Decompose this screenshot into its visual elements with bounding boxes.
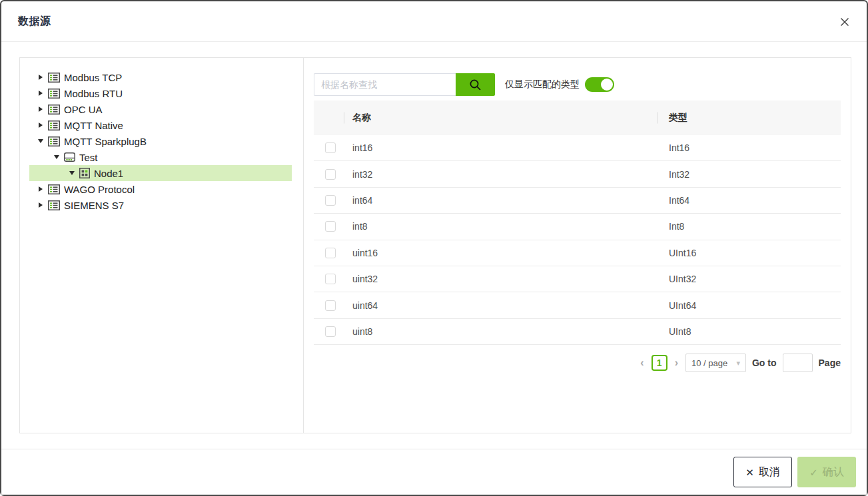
protocol-icon: [48, 136, 60, 146]
datasource-tree: Modbus TCP Modbus RTU OPC UA: [20, 58, 304, 433]
data-source-dialog: 数据源 Modbus TCP Modbus RTU: [0, 0, 868, 496]
table-row[interactable]: uint16 UInt16: [314, 240, 841, 266]
tree-item-label: MQTT SparkplugB: [64, 136, 147, 147]
table-row[interactable]: uint64 UInt64: [314, 292, 841, 318]
current-page-button[interactable]: 1: [651, 355, 667, 371]
tree-item-siemens-s7[interactable]: SIEMENS S7: [29, 197, 292, 213]
tag-type: UInt32: [657, 274, 841, 284]
search-icon: [469, 79, 482, 91]
table-header: 名称 类型: [314, 101, 841, 135]
tree-item-node1[interactable]: Node1: [29, 165, 292, 181]
prev-page-icon[interactable]: ‹: [639, 358, 645, 368]
expand-arrow-icon[interactable]: [69, 171, 75, 175]
table-row[interactable]: int32 Int32: [314, 161, 841, 187]
collapse-arrow-icon[interactable]: [37, 123, 44, 128]
column-header-name: 名称: [344, 112, 657, 124]
row-checkbox[interactable]: [325, 221, 336, 232]
expand-arrow-icon[interactable]: [53, 155, 60, 159]
tag-type: UInt8: [657, 326, 841, 337]
chevron-down-icon: ▾: [736, 359, 740, 368]
row-checkbox[interactable]: [325, 274, 336, 284]
close-icon[interactable]: [839, 16, 851, 28]
table-row[interactable]: uint32 UInt32: [314, 266, 841, 292]
tag-name: uint16: [344, 248, 657, 258]
protocol-icon: [48, 200, 60, 210]
protocol-icon: [48, 73, 60, 83]
pagination: ‹ 1 › 10 / page ▾ Go to Page: [314, 354, 841, 372]
row-checkbox[interactable]: [325, 169, 336, 180]
column-header-type: 类型: [657, 112, 841, 124]
goto-page-input[interactable]: [783, 354, 813, 372]
cancel-button[interactable]: ✕ 取消: [733, 457, 792, 487]
tags-table: 名称 类型 int16 Int16 int32 Int32 int64 Int6…: [314, 101, 841, 372]
search-input[interactable]: [314, 73, 456, 96]
tag-type: UInt64: [657, 300, 841, 311]
filter-group: 仅显示匹配的类型: [505, 77, 614, 92]
check-icon: ✓: [809, 467, 818, 477]
tree-item-test[interactable]: Test: [29, 149, 292, 165]
match-type-toggle[interactable]: [585, 77, 614, 92]
close-icon: ✕: [745, 467, 754, 477]
tag-name: int32: [344, 169, 657, 180]
tree-item-mqtt-sparkplugb[interactable]: MQTT SparkplugB: [29, 133, 292, 149]
row-checkbox[interactable]: [325, 300, 336, 311]
row-checkbox[interactable]: [325, 248, 336, 258]
protocol-icon: [48, 121, 60, 130]
tag-type: UInt16: [657, 248, 841, 258]
tree-item-label: MQTT Native: [64, 120, 123, 131]
table-row[interactable]: int8 Int8: [314, 214, 841, 240]
row-checkbox[interactable]: [325, 195, 336, 206]
tree-item-opc-ua[interactable]: OPC UA: [29, 101, 292, 117]
confirm-button[interactable]: ✓ 确认: [797, 457, 856, 487]
tree-item-label: WAGO Protocol: [64, 184, 135, 195]
tree-item-label: OPC UA: [64, 104, 103, 115]
device-icon: [64, 152, 75, 162]
expand-arrow-icon[interactable]: [37, 139, 44, 143]
tag-name: uint8: [344, 326, 657, 337]
tag-name: int8: [344, 221, 657, 232]
tree-item-label: Test: [79, 152, 98, 163]
table-row[interactable]: uint8 UInt8: [314, 319, 841, 345]
tag-list-pane: 仅显示匹配的类型 名称 类型 int16 Int16 int32: [304, 58, 851, 433]
tree-item-modbus-rtu[interactable]: Modbus RTU: [29, 85, 292, 101]
tag-type: Int64: [657, 195, 841, 206]
collapse-arrow-icon[interactable]: [37, 186, 44, 192]
page-size-select[interactable]: 10 / page ▾: [685, 354, 746, 372]
tag-type: Int32: [657, 169, 841, 180]
collapse-arrow-icon[interactable]: [37, 75, 44, 80]
tag-name: uint32: [344, 274, 657, 284]
tree-item-label: Modbus RTU: [64, 88, 123, 99]
collapse-arrow-icon[interactable]: [37, 202, 44, 208]
protocol-icon: [48, 89, 60, 99]
page-label: Page: [819, 358, 841, 368]
goto-label: Go to: [752, 358, 777, 368]
table-row[interactable]: int16 Int16: [314, 135, 841, 161]
dialog-header: 数据源: [1, 1, 867, 42]
collapse-arrow-icon[interactable]: [37, 91, 44, 96]
tag-name: int16: [344, 142, 657, 153]
tag-name: int64: [344, 195, 657, 206]
tree-item-wago-protocol[interactable]: WAGO Protocol: [29, 181, 292, 197]
search-row: 仅显示匹配的类型: [314, 73, 841, 96]
tag-name: uint64: [344, 300, 657, 311]
tag-type: Int8: [657, 221, 841, 232]
tree-item-label: Node1: [94, 168, 123, 179]
tree-item-label: SIEMENS S7: [64, 200, 124, 211]
dialog-title: 数据源: [18, 15, 51, 29]
node-icon: [79, 168, 90, 178]
dialog-footer: ✕ 取消 ✓ 确认: [1, 449, 867, 495]
table-row[interactable]: int64 Int64: [314, 188, 841, 214]
row-checkbox[interactable]: [325, 142, 336, 153]
tag-type: Int16: [657, 142, 841, 153]
dialog-body: Modbus TCP Modbus RTU OPC UA: [19, 57, 851, 433]
protocol-icon: [48, 184, 60, 194]
collapse-arrow-icon[interactable]: [37, 107, 44, 112]
search-button[interactable]: [456, 73, 495, 96]
tree-item-modbus-tcp[interactable]: Modbus TCP: [29, 69, 292, 85]
filter-label: 仅显示匹配的类型: [505, 79, 580, 91]
next-page-icon[interactable]: ›: [673, 358, 679, 368]
row-checkbox[interactable]: [325, 326, 336, 337]
tree-item-label: Modbus TCP: [64, 72, 122, 83]
confirm-label: 确认: [823, 465, 844, 479]
tree-item-mqtt-native[interactable]: MQTT Native: [29, 117, 292, 133]
